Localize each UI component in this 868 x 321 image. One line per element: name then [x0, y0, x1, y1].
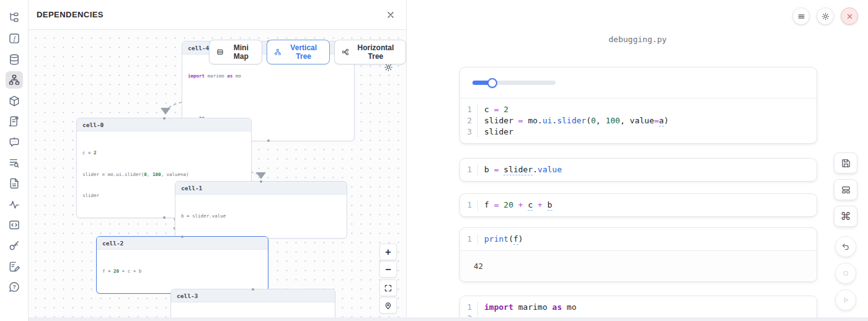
graph-node-title: cell-2 [97, 237, 268, 250]
graph-code-line: c = 2 [82, 149, 246, 157]
notebook-cell-print: 1print(f) 42 [459, 227, 817, 282]
sidebar-item-help[interactable]: ? [6, 278, 23, 296]
line-number: 1 [460, 200, 477, 211]
notebook-cell-slider: 1c = 2 2slider = mo.ui.slider(0, 100, va… [459, 67, 817, 144]
undo-button[interactable] [835, 236, 856, 257]
graph-node-cell-2[interactable]: cell-2 f = 20 + c + b [96, 236, 268, 294]
code-line: 3slider [460, 126, 817, 138]
code-text: f = 20 + c + b [477, 200, 552, 211]
sidebar-item-secrets[interactable] [6, 237, 23, 254]
zoom-out-button[interactable]: − [379, 261, 397, 278]
close-panel-button[interactable] [386, 10, 396, 20]
sidebar-item-snippets[interactable] [6, 216, 23, 234]
svg-text:f: f [13, 35, 16, 42]
scratchpad-icon [8, 260, 20, 273]
datasources-icon [8, 53, 20, 66]
file-explorer-icon [8, 12, 20, 24]
cell-editor[interactable]: 1c = 2 2slider = mo.ui.slider(0, 100, va… [460, 99, 817, 143]
notebook-cell-b: 1b = slider.value [459, 158, 817, 182]
mini-map-button[interactable]: Mini Map [209, 40, 262, 64]
line-number: 1 [460, 302, 477, 313]
code-line: 1print(f) [460, 234, 817, 245]
graph-code-line: b = slider.value [181, 213, 341, 220]
line-number: 1 [460, 104, 477, 115]
arrowhead [256, 172, 266, 179]
code-line: 1import marimo as mo [460, 302, 817, 313]
cell-output-text: 42 [460, 250, 817, 281]
secrets-icon [8, 239, 20, 252]
shutdown-button[interactable] [841, 7, 858, 25]
graph-node-cell-3[interactable]: cell-3 print(f) [170, 289, 335, 317]
code-line: 1f = 20 + c + b [460, 200, 817, 211]
functions-icon: f [8, 32, 20, 45]
sidebar-icon-rail: f ? [0, 0, 29, 321]
graph-code-line [188, 94, 348, 102]
code-text: b = slider.value [477, 164, 562, 175]
bottom-scrollbar-track[interactable] [29, 317, 868, 321]
sidebar-item-scratchpad[interactable] [6, 258, 23, 275]
fit-view-button[interactable] [379, 279, 397, 296]
map-pin-icon [384, 301, 392, 310]
fit-view-icon [384, 284, 392, 292]
undo-icon [841, 242, 851, 252]
sidebar-item-file-explorer[interactable] [6, 9, 23, 27]
save-button[interactable] [834, 152, 857, 174]
vertical-tree-icon [274, 48, 281, 56]
notebook-action-rail: ⌘ [834, 152, 857, 310]
tracing-icon [8, 198, 20, 211]
cell-editor[interactable]: 1f = 20 + c + b [460, 194, 817, 216]
layout-button[interactable] [834, 179, 857, 200]
sidebar-item-logs[interactable] [6, 154, 23, 172]
cell-output-slider [460, 68, 817, 99]
packages-icon [8, 95, 20, 107]
run-icon [841, 295, 851, 305]
sidebar-item-outline[interactable] [6, 113, 23, 130]
notebook-settings-button[interactable] [817, 7, 834, 25]
mini-map-label: Mini Map [228, 43, 255, 61]
sidebar-item-dependencies[interactable] [6, 71, 23, 89]
sidebar-item-datasources[interactable] [6, 51, 23, 68]
run-button[interactable] [835, 289, 856, 310]
chat-icon [8, 136, 20, 148]
stop-button[interactable] [835, 263, 856, 284]
slider-thumb[interactable] [487, 78, 497, 88]
graph-code-line: slider = mo.ui.slider(0, 100, value=a) [82, 171, 246, 178]
notebook-cell-f: 1f = 20 + c + b [459, 193, 817, 217]
documentation-icon [8, 177, 20, 190]
save-icon [841, 158, 851, 169]
horizontal-tree-button[interactable]: Horizontal Tree [334, 40, 406, 64]
zoom-in-button[interactable]: + [379, 244, 397, 260]
sidebar-item-packages[interactable] [6, 92, 23, 110]
logs-icon [8, 157, 20, 169]
center-selection-button[interactable] [379, 297, 397, 314]
slider-track[interactable] [472, 81, 556, 85]
graph-node-cell-1[interactable]: cell-1 b = slider.value [175, 181, 347, 239]
gear-icon [821, 12, 830, 21]
notebook-topbar [792, 7, 858, 25]
layout-icon [841, 185, 851, 195]
dependencies-panel-header: DEPENDENCIES [29, 0, 406, 30]
help-icon: ? [8, 281, 20, 293]
dependencies-panel: DEPENDENCIES [29, 0, 407, 321]
graph-view-toolbar: Mini Map Vertical Tree Horizontal Tree [209, 40, 406, 64]
graph-node-title: cell-0 [77, 118, 251, 131]
dependencies-icon [8, 74, 20, 86]
notebook-menu-button[interactable] [792, 7, 810, 25]
mini-map-icon [216, 48, 224, 56]
sidebar-item-tracing[interactable] [6, 196, 23, 213]
dependency-graph-canvas[interactable]: cell-4 import marimo as mo a = 20 cell-0… [29, 30, 406, 317]
graph-code-line: import marimo as mo [188, 73, 348, 80]
shutdown-close-icon [845, 12, 854, 21]
notebook-area: debugging.py 1c = 2 2slider = mo.ui.slid… [407, 0, 868, 321]
code-text: print(f) [477, 234, 523, 245]
sidebar-item-chat[interactable] [6, 133, 23, 151]
horizontal-tree-icon [342, 48, 349, 56]
sidebar-item-documentation[interactable] [6, 175, 23, 192]
vertical-tree-button[interactable]: Vertical Tree [267, 40, 330, 64]
cell-editor[interactable]: 1b = slider.value [460, 159, 817, 181]
cell-editor[interactable]: 1print(f) [460, 228, 817, 250]
sidebar-item-functions[interactable]: f [6, 30, 23, 47]
graph-node-title: cell-3 [171, 289, 335, 302]
graph-node-title: cell-1 [175, 182, 347, 195]
keyboard-shortcuts-button[interactable]: ⌘ [834, 206, 857, 227]
